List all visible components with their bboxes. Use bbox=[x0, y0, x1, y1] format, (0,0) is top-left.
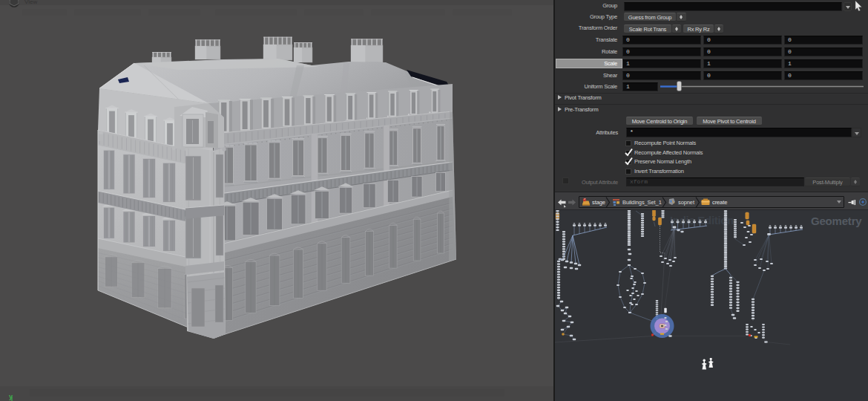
svg-text:View: View bbox=[24, 0, 37, 5]
